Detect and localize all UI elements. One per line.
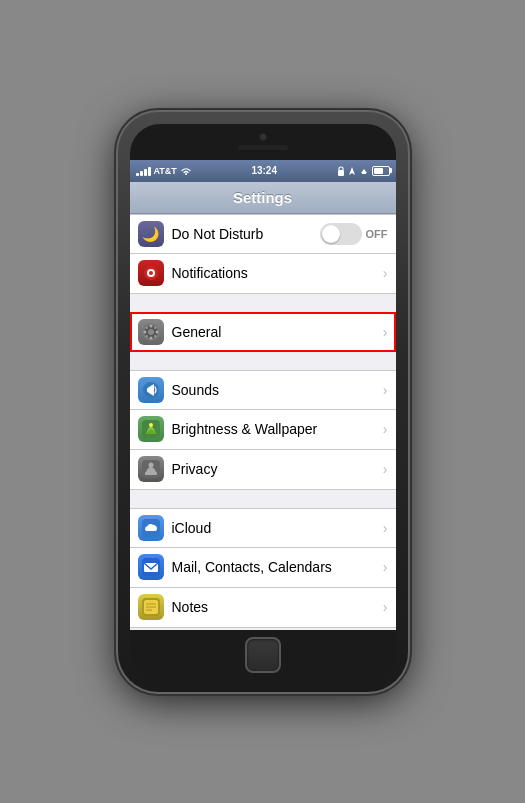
signal-bars <box>136 166 151 176</box>
brightness-label: Brightness & Wallpaper <box>172 421 379 437</box>
toggle-label: OFF <box>366 228 388 240</box>
brightness-chevron: › <box>383 421 388 437</box>
privacy-icon <box>138 456 164 482</box>
settings-group-1: 🌙 Do Not Disturb OFF <box>130 214 396 294</box>
general-chevron: › <box>383 324 388 340</box>
bar2 <box>140 171 143 176</box>
row-mail[interactable]: Mail, Contacts, Calendars › <box>130 548 396 588</box>
svg-point-19 <box>149 423 153 427</box>
notes-icon <box>138 594 164 620</box>
status-right <box>337 166 390 176</box>
svg-point-9 <box>149 324 152 327</box>
notifications-chevron: › <box>383 265 388 281</box>
svg-point-22 <box>148 463 153 468</box>
settings-group-3: Sounds › Brightness & Wallpape <box>130 370 396 490</box>
sounds-label: Sounds <box>172 382 379 398</box>
svg-point-15 <box>145 335 147 337</box>
privacy-chevron: › <box>383 461 388 477</box>
general-label: General <box>172 324 379 340</box>
phone-frame: AT&T 13:24 <box>118 112 408 692</box>
nav-title: Settings <box>233 189 292 206</box>
privacy-label: Privacy <box>172 461 379 477</box>
settings-group-2: General › <box>130 312 396 352</box>
toggle-knob <box>322 225 340 243</box>
bar4 <box>148 167 151 176</box>
airplay-icon <box>359 166 369 176</box>
row-privacy[interactable]: Privacy › <box>130 450 396 490</box>
home-area <box>130 630 396 680</box>
mail-svg <box>142 558 160 576</box>
dnd-icon: 🌙 <box>138 221 164 247</box>
battery-icon <box>372 166 390 176</box>
mail-icon <box>138 554 164 580</box>
notifications-label: Notifications <box>172 265 379 281</box>
row-do-not-disturb[interactable]: 🌙 Do Not Disturb OFF <box>130 214 396 254</box>
settings-list: 🌙 Do Not Disturb OFF <box>130 214 396 630</box>
mail-label: Mail, Contacts, Calendars <box>172 559 379 575</box>
status-left: AT&T <box>136 166 192 176</box>
mail-chevron: › <box>383 559 388 575</box>
battery-fill <box>374 168 384 174</box>
gps-icon <box>348 166 356 176</box>
sounds-icon <box>138 377 164 403</box>
svg-point-8 <box>148 329 154 335</box>
general-svg <box>141 322 161 342</box>
icloud-icon <box>138 515 164 541</box>
bar1 <box>136 173 139 176</box>
row-notes[interactable]: Notes › <box>130 588 396 628</box>
status-bar: AT&T 13:24 <box>130 160 396 182</box>
brightness-svg <box>142 420 160 438</box>
notifications-svg <box>143 265 159 281</box>
nav-bar: Settings <box>130 182 396 214</box>
svg-point-10 <box>149 336 152 339</box>
settings-group-4: iCloud › Mail, Contacts, Calendars <box>130 508 396 628</box>
brightness-icon <box>138 416 164 442</box>
dnd-toggle[interactable]: OFF <box>320 223 388 245</box>
bar3 <box>144 169 147 176</box>
sounds-chevron: › <box>383 382 388 398</box>
notes-label: Notes <box>172 599 379 615</box>
notes-chevron: › <box>383 599 388 615</box>
row-icloud[interactable]: iCloud › <box>130 508 396 548</box>
svg-rect-2 <box>362 173 366 174</box>
phone-inner: AT&T 13:24 <box>130 124 396 680</box>
icloud-chevron: › <box>383 520 388 536</box>
toggle-switch[interactable] <box>320 223 362 245</box>
svg-rect-21 <box>145 472 157 475</box>
dnd-glyph: 🌙 <box>142 226 159 242</box>
svg-point-14 <box>154 326 156 328</box>
svg-point-11 <box>143 330 146 333</box>
row-notifications[interactable]: Notifications › <box>130 254 396 294</box>
lock-icon <box>337 166 345 176</box>
svg-point-16 <box>154 335 156 337</box>
svg-rect-0 <box>338 170 344 176</box>
speaker <box>238 145 288 150</box>
privacy-svg <box>142 460 160 478</box>
camera <box>259 133 267 141</box>
top-area <box>130 124 396 160</box>
svg-point-12 <box>155 330 158 333</box>
screen: AT&T 13:24 <box>130 160 396 630</box>
row-brightness[interactable]: Brightness & Wallpaper › <box>130 410 396 450</box>
row-sounds[interactable]: Sounds › <box>130 370 396 410</box>
row-general[interactable]: General › <box>130 312 396 352</box>
icloud-svg <box>142 519 160 537</box>
status-time: 13:24 <box>251 165 277 176</box>
carrier-label: AT&T <box>154 166 177 176</box>
svg-point-13 <box>145 326 147 328</box>
general-icon <box>138 319 164 345</box>
sounds-svg <box>142 381 160 399</box>
icloud-label: iCloud <box>172 520 379 536</box>
notifications-icon <box>138 260 164 286</box>
svg-marker-1 <box>349 167 355 175</box>
notes-svg <box>142 598 160 616</box>
wifi-icon <box>180 166 192 176</box>
svg-point-5 <box>149 271 153 275</box>
dnd-label: Do Not Disturb <box>172 226 320 242</box>
home-button[interactable] <box>245 637 281 673</box>
